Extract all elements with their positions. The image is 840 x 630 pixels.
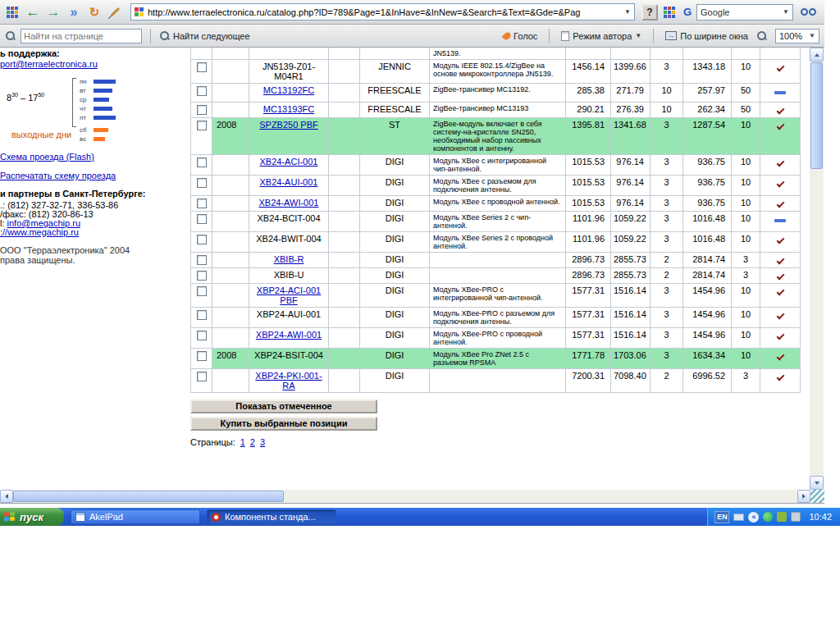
tray-utility-icon[interactable] bbox=[777, 512, 787, 522]
qty1-cell: 3 bbox=[651, 155, 683, 176]
row-checkbox[interactable] bbox=[197, 199, 207, 208]
windows-flag-icon bbox=[4, 512, 16, 523]
check-mark-icon bbox=[776, 64, 784, 72]
zoom-dropdown[interactable]: 100% ▼ bbox=[775, 29, 819, 43]
row-checkbox[interactable] bbox=[197, 372, 207, 381]
row-checkbox[interactable] bbox=[197, 62, 207, 72]
photo-cell bbox=[329, 118, 360, 155]
part-number-link[interactable]: XB24-AWI-001 bbox=[259, 198, 319, 208]
horizontal-scrollbar[interactable] bbox=[0, 490, 824, 503]
forward-button[interactable]: → bbox=[44, 2, 62, 22]
edit-button[interactable] bbox=[106, 2, 124, 22]
year-cell bbox=[212, 60, 249, 84]
availability-cell bbox=[760, 268, 801, 284]
part-number-link[interactable]: XBP24-ACI-001 PBF bbox=[257, 285, 321, 305]
resize-grip[interactable] bbox=[810, 490, 824, 503]
panels-grid-icon[interactable] bbox=[660, 2, 678, 22]
part-number-link[interactable]: XBP24-AWI-001 bbox=[256, 330, 322, 340]
voice-button[interactable]: Голос bbox=[504, 31, 537, 41]
row-checkbox[interactable] bbox=[197, 105, 207, 115]
author-mode-dropdown[interactable]: Режим автора ▼ bbox=[561, 31, 641, 41]
tray-volume-icon[interactable] bbox=[791, 512, 801, 522]
part-number-link[interactable]: XBP24-PKI-001-RA bbox=[255, 371, 322, 390]
scroll-down-button[interactable] bbox=[810, 476, 824, 490]
dash-mark-icon bbox=[774, 219, 786, 222]
address-bar[interactable]: http://www.terraelectronica.ru/catalog.p… bbox=[130, 3, 635, 21]
tray-antivirus-icon[interactable] bbox=[763, 512, 773, 522]
find-on-page-input[interactable] bbox=[21, 29, 142, 43]
taskbar-task-browser[interactable]: Компоненты станда... bbox=[207, 509, 336, 524]
menu-grid-icon[interactable] bbox=[3, 2, 21, 22]
part-cell: MC13192FC bbox=[249, 84, 329, 103]
show-marked-button[interactable]: Показать отмеченное bbox=[190, 399, 377, 413]
hide-icons-chevron[interactable]: « bbox=[748, 512, 759, 523]
print-directions-link[interactable]: Распечатать схему проезда bbox=[0, 171, 116, 180]
support-email-link[interactable]: port@terraelectronica.ru bbox=[0, 59, 98, 69]
keyboard-icon[interactable] bbox=[733, 514, 744, 521]
check-mark-icon bbox=[776, 288, 784, 296]
language-indicator[interactable]: EN bbox=[714, 511, 729, 523]
fit-width-button[interactable]: ↔ По ширине окна bbox=[665, 31, 748, 41]
start-button[interactable]: пуск bbox=[0, 508, 64, 526]
google-search-field[interactable]: Google ▼ bbox=[696, 4, 793, 21]
page-link-3[interactable]: 3 bbox=[260, 437, 265, 447]
partner-site-link[interactable]: ://www.megachip.ru bbox=[0, 227, 79, 237]
manufacturer-cell: DIGI bbox=[360, 268, 430, 284]
row-checkbox[interactable] bbox=[197, 351, 207, 361]
table-row: XBP24-AUI-001 DIGI Модуль XBee-PRO с раз… bbox=[191, 308, 801, 328]
back-button[interactable]: ← bbox=[24, 2, 42, 22]
page-links: 123 bbox=[235, 437, 265, 447]
vertical-scrollbar[interactable] bbox=[810, 48, 824, 490]
photo-cell bbox=[329, 253, 360, 268]
fast-forward-button[interactable]: » bbox=[65, 2, 83, 22]
part-number-link[interactable]: SPZB250 PBF bbox=[259, 120, 318, 130]
price2-cell: 7098.40 bbox=[611, 369, 651, 393]
taskbar-clock[interactable]: 10:42 bbox=[809, 512, 832, 522]
row-checkbox[interactable] bbox=[197, 286, 207, 296]
scroll-left-button[interactable] bbox=[0, 490, 13, 503]
row-checkbox[interactable] bbox=[197, 235, 207, 244]
row-checkbox[interactable] bbox=[197, 158, 207, 167]
row-checkbox[interactable] bbox=[197, 255, 207, 265]
availability-cell bbox=[760, 155, 801, 176]
row-checkbox[interactable] bbox=[197, 310, 207, 320]
horizontal-scroll-thumb[interactable] bbox=[13, 491, 284, 502]
row-checkbox[interactable] bbox=[197, 121, 207, 130]
vertical-scroll-thumb[interactable] bbox=[810, 62, 823, 169]
qty2-cell: 3 bbox=[732, 268, 760, 284]
price1-cell: 2896.73 bbox=[566, 268, 611, 284]
help-button[interactable]: ? bbox=[641, 4, 658, 21]
directions-link[interactable]: Схема проезда (Flash) bbox=[0, 152, 94, 162]
address-dropdown-icon[interactable]: ▼ bbox=[624, 9, 631, 16]
buy-selected-button[interactable]: Купить выбранные позиции bbox=[190, 417, 377, 431]
find-next-button[interactable]: Найти следующее bbox=[159, 30, 250, 41]
scroll-right-button[interactable] bbox=[797, 490, 810, 503]
page-link-2[interactable]: 2 bbox=[250, 437, 255, 447]
qty1-cell: 3 bbox=[651, 284, 683, 308]
part-number-link[interactable]: MC13192FC bbox=[263, 85, 314, 95]
qty2-cell: 10 bbox=[732, 60, 760, 84]
copyright-line2: права защищены. bbox=[0, 255, 75, 265]
part-number-link[interactable]: XB24-ACI-001 bbox=[260, 157, 318, 167]
price2-cell: 2855.73 bbox=[611, 253, 651, 268]
row-checkbox[interactable] bbox=[197, 214, 207, 224]
row-checkbox[interactable] bbox=[197, 178, 207, 188]
find-toolbar: Найти следующее Голос Режим автора ▼ ↔ П… bbox=[0, 25, 824, 48]
reload-button[interactable]: ↻ bbox=[85, 2, 103, 22]
page-link-1[interactable]: 1 bbox=[240, 437, 245, 447]
price1-cell: 1101.96 bbox=[566, 212, 611, 232]
row-checkbox[interactable] bbox=[197, 271, 207, 281]
scroll-up-button[interactable] bbox=[810, 48, 824, 62]
qty2-cell: 50 bbox=[732, 84, 760, 103]
part-number-link[interactable]: MC13193FC bbox=[263, 104, 314, 114]
photo-cell bbox=[329, 369, 360, 393]
search-engine-dropdown-icon[interactable]: ▼ bbox=[783, 9, 789, 16]
row-checkbox[interactable] bbox=[197, 331, 207, 340]
table-row: XB24-AUI-001 DIGI Модуль XBee с разъемом… bbox=[191, 176, 801, 196]
binoculars-icon[interactable] bbox=[801, 8, 816, 16]
taskbar-task-akelpad[interactable]: AkelPad bbox=[71, 509, 200, 524]
row-checkbox[interactable] bbox=[197, 86, 207, 96]
part-number-link[interactable]: XBIB-R bbox=[274, 254, 304, 264]
part-number-link[interactable]: XB24-AUI-001 bbox=[260, 177, 318, 187]
price2-cell: 976.14 bbox=[611, 196, 651, 212]
